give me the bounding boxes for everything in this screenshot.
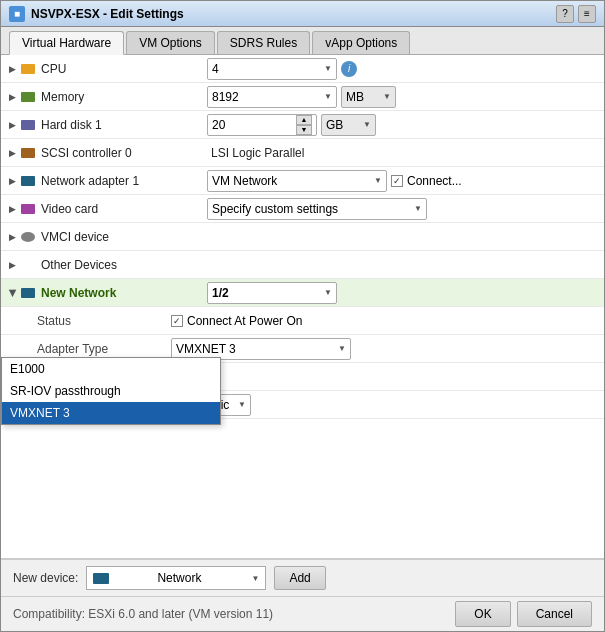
cpu-info-icon[interactable]: i: [341, 61, 357, 77]
main-window: ■ NSVPX-ESX - Edit Settings ? ≡ Virtual …: [0, 0, 605, 632]
memory-unit-arrow: ▼: [383, 92, 391, 101]
hardware-list: ▶ CPU 4 ▼ i ▶ Memory 8192: [1, 55, 604, 559]
adapter-type-arrow: ▼: [338, 344, 346, 353]
ok-button[interactable]: OK: [455, 601, 510, 627]
adapter-type-row: Adapter Type VMXNET 3 ▼ E1000 SR-IOV pas…: [1, 335, 604, 363]
cpu-value: 4 ▼ i: [207, 58, 600, 80]
cpu-select[interactable]: 4 ▼: [207, 58, 337, 80]
videocard-icon: [19, 202, 37, 216]
new-device-label: New device:: [13, 571, 78, 585]
help-button[interactable]: ?: [556, 5, 574, 23]
videocard-select-arrow: ▼: [414, 204, 422, 213]
memory-row: ▶ Memory 8192 ▼ MB ▼: [1, 83, 604, 111]
status-check-row: Connect At Power On: [171, 314, 302, 328]
dropdown-item-sriov[interactable]: SR-IOV passthrough: [2, 380, 220, 402]
new-device-select[interactable]: Network ▼: [86, 566, 266, 590]
cpu-row: ▶ CPU 4 ▼ i: [1, 55, 604, 83]
content-area: ▶ CPU 4 ▼ i ▶ Memory 8192: [1, 55, 604, 631]
window-title: NSVPX-ESX - Edit Settings: [31, 7, 184, 21]
memory-unit[interactable]: MB ▼: [341, 86, 396, 108]
spin-down[interactable]: ▼: [296, 125, 312, 135]
memory-select[interactable]: 8192 ▼: [207, 86, 337, 108]
spin-up[interactable]: ▲: [296, 115, 312, 125]
app-icon: ■: [9, 6, 25, 22]
harddisk-unit-val: GB: [326, 118, 343, 132]
new-network-label: New Network: [37, 286, 207, 300]
harddisk-input[interactable]: 20 ▲ ▼: [207, 114, 317, 136]
new-network-select-val: 1/2: [212, 286, 229, 300]
adapter-type-label: Adapter Type: [37, 342, 171, 356]
status-checkbox[interactable]: [171, 315, 183, 327]
vmci-expand[interactable]: ▶: [5, 230, 19, 244]
netadapter-icon: [19, 174, 37, 188]
harddisk-unit[interactable]: GB ▼: [321, 114, 376, 136]
new-device-net-icon: [93, 573, 109, 584]
scsi-row: ▶ SCSI controller 0 LSI Logic Parallel: [1, 139, 604, 167]
mac-address-value: Automatic ▼: [171, 394, 600, 416]
memory-value: 8192 ▼ MB ▼: [207, 86, 600, 108]
compat-text: Compatibility: ESXi 6.0 and later (VM ve…: [13, 607, 273, 621]
tab-sdrs-rules[interactable]: SDRS Rules: [217, 31, 310, 54]
tabs-bar: Virtual Hardware VM Options SDRS Rules v…: [1, 27, 604, 55]
tab-virtual-hardware[interactable]: Virtual Hardware: [9, 31, 124, 55]
harddisk-unit-arrow: ▼: [363, 120, 371, 129]
status-check-label: Connect At Power On: [187, 314, 302, 328]
harddisk-label: Hard disk 1: [37, 118, 207, 132]
add-button[interactable]: Add: [274, 566, 325, 590]
dropdown-item-e1000[interactable]: E1000: [2, 358, 220, 380]
other-row: ▶ Other Devices: [1, 251, 604, 279]
new-network-row: ▶ New Network 1/2 ▼: [1, 279, 604, 307]
new-network-select-arrow: ▼: [324, 288, 332, 297]
other-icon: [19, 258, 37, 272]
vmci-icon: [19, 230, 37, 244]
mac-address-arrow: ▼: [238, 400, 246, 409]
status-value: Connect At Power On: [171, 314, 600, 328]
videocard-value: Specify custom settings ▼: [207, 198, 600, 220]
vmci-label: VMCI device: [37, 230, 207, 244]
harddisk-icon: [19, 118, 37, 132]
dropdown-item-vmxnet3[interactable]: VMXNET 3: [2, 402, 220, 424]
harddisk-spinner[interactable]: ▲ ▼: [296, 115, 312, 135]
title-bar-left: ■ NSVPX-ESX - Edit Settings: [9, 6, 184, 22]
harddisk-value: 20 ▲ ▼ GB ▼: [207, 114, 600, 136]
memory-expand[interactable]: ▶: [5, 90, 19, 104]
netadapter-connect-checkbox[interactable]: [391, 175, 403, 187]
adapter-type-select-val: VMXNET 3: [176, 342, 236, 356]
other-label: Other Devices: [37, 258, 207, 272]
new-network-select[interactable]: 1/2 ▼: [207, 282, 337, 304]
videocard-select[interactable]: Specify custom settings ▼: [207, 198, 427, 220]
videocard-expand[interactable]: ▶: [5, 202, 19, 216]
scsi-expand[interactable]: ▶: [5, 146, 19, 160]
new-device-select-arrow: ▼: [251, 574, 259, 583]
cpu-select-val: 4: [212, 62, 219, 76]
netadapter-expand[interactable]: ▶: [5, 174, 19, 188]
adapter-type-value: VMXNET 3 ▼ E1000 SR-IOV passthrough VMXN…: [171, 338, 600, 360]
videocard-select-val: Specify custom settings: [212, 202, 338, 216]
netadapter-value: VM Network ▼ Connect...: [207, 170, 600, 192]
memory-unit-val: MB: [346, 90, 364, 104]
netadapter-select-val: VM Network: [212, 174, 277, 188]
netadapter-label: Network adapter 1: [37, 174, 207, 188]
harddisk-expand[interactable]: ▶: [5, 118, 19, 132]
harddisk-row: ▶ Hard disk 1 20 ▲ ▼ GB ▼: [1, 111, 604, 139]
new-network-expand[interactable]: ▶: [5, 286, 19, 300]
memory-select-arrow: ▼: [324, 92, 332, 101]
videocard-label: Video card: [37, 202, 207, 216]
harddisk-val: 20: [212, 118, 225, 132]
tab-vapp-options[interactable]: vApp Options: [312, 31, 410, 54]
netadapter-connect-label: Connect...: [407, 174, 462, 188]
cpu-expand[interactable]: ▶: [5, 62, 19, 76]
compat-bar: Compatibility: ESXi 6.0 and later (VM ve…: [1, 596, 604, 631]
new-network-icon: [19, 286, 37, 300]
tab-vm-options[interactable]: VM Options: [126, 31, 215, 54]
memory-icon: [19, 90, 37, 104]
new-network-value: 1/2 ▼: [207, 282, 600, 304]
bottom-device-bar: New device: Network ▼ Add: [1, 559, 604, 596]
vmci-row: ▶ VMCI device: [1, 223, 604, 251]
other-expand[interactable]: ▶: [5, 258, 19, 272]
menu-button[interactable]: ≡: [578, 5, 596, 23]
cancel-button[interactable]: Cancel: [517, 601, 592, 627]
cpu-label: CPU: [37, 62, 207, 76]
netadapter-select[interactable]: VM Network ▼: [207, 170, 387, 192]
title-bar: ■ NSVPX-ESX - Edit Settings ? ≡: [1, 1, 604, 27]
